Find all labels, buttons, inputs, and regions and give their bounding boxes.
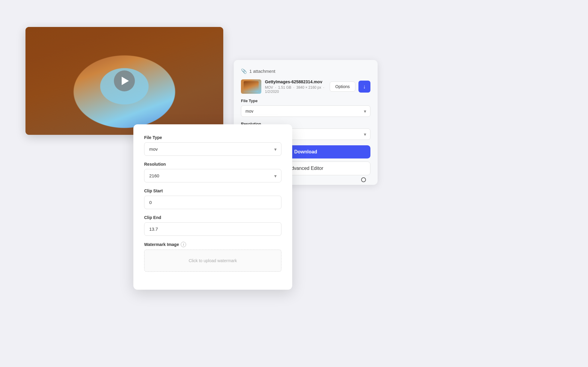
video-preview-card: [25, 27, 223, 135]
file-type-badge: MOV: [265, 85, 273, 90]
attachment-count: 1 attachment: [249, 69, 275, 74]
play-button[interactable]: [114, 70, 135, 91]
watermark-upload-area[interactable]: Click to upload watermark: [144, 250, 281, 272]
paperclip-icon: 📎: [241, 68, 247, 74]
modal-resolution-group: Resolution 2160 1080 720 480: [144, 162, 281, 182]
modal-clip-end-label: Clip End: [144, 215, 281, 220]
watermark-help-icon[interactable]: i: [181, 242, 186, 247]
options-button[interactable]: Options: [330, 81, 355, 92]
modal-clip-start-label: Clip Start: [144, 188, 281, 193]
file-thumbnail: [241, 79, 261, 94]
modal-file-type-select-wrap: mov mp4 avi mkv: [144, 142, 281, 156]
modal-clip-start-group: Clip Start: [144, 188, 281, 209]
modal-clip-start-input[interactable]: [144, 196, 281, 209]
file-row: GettyImages-625882314.mov MOV · 1.51 GB …: [241, 79, 370, 94]
modal-resolution-label: Resolution: [144, 162, 281, 167]
panel-file-type-select-wrap: mov mp4 avi mkv: [241, 105, 370, 117]
panel-file-type-label: File Type: [241, 99, 370, 103]
download-arrow-icon: ↓: [363, 84, 366, 90]
modal-resolution-select-wrap: 2160 1080 720 480: [144, 169, 281, 182]
file-meta: MOV · 1.51 GB · 3840 × 2160 px · 1/2/202…: [265, 85, 326, 94]
file-size: 1.51 GB: [278, 85, 291, 90]
watermark-label-row: Watermark Image i: [144, 242, 281, 247]
modal-resolution-select[interactable]: 2160 1080 720 480: [144, 169, 281, 182]
modal-file-type-group: File Type mov mp4 avi mkv: [144, 135, 281, 156]
modal-watermark-group: Watermark Image i Click to upload waterm…: [144, 242, 281, 272]
modal-file-type-select[interactable]: mov mp4 avi mkv: [144, 142, 281, 156]
modal-clip-end-input[interactable]: [144, 222, 281, 236]
file-date: 1/2/2020: [265, 90, 279, 94]
attachment-header: 📎 1 attachment: [241, 68, 370, 74]
modal-watermark-label: Watermark Image: [144, 242, 179, 247]
modal-file-type-label: File Type: [144, 135, 281, 140]
modal-clip-end-group: Clip End: [144, 215, 281, 236]
main-download-modal: File Type mov mp4 avi mkv Resolution 216…: [133, 124, 292, 290]
file-name: GettyImages-625882314.mov: [265, 79, 326, 84]
file-dimensions: 3840 × 2160 px: [296, 85, 321, 90]
file-actions: Options ↓: [330, 81, 370, 93]
file-info: GettyImages-625882314.mov MOV · 1.51 GB …: [265, 79, 326, 94]
download-icon-button[interactable]: ↓: [358, 81, 370, 93]
panel-file-type-select[interactable]: mov mp4 avi mkv: [241, 105, 370, 117]
